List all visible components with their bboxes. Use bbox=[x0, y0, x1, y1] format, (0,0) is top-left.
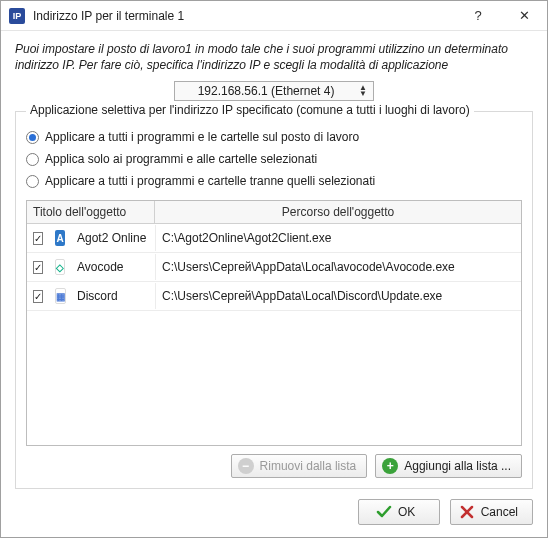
cross-icon bbox=[459, 504, 475, 520]
column-header-path[interactable]: Percorso dell'oggetto bbox=[155, 201, 521, 223]
add-button[interactable]: + Aggiungi alla lista ... bbox=[375, 454, 522, 478]
table-header: Titolo dell'oggetto Percorso dell'oggett… bbox=[27, 201, 521, 224]
dialog-window: IP Indirizzo IP per il terminale 1 ? ✕ P… bbox=[0, 0, 548, 538]
help-button[interactable]: ? bbox=[455, 1, 501, 31]
radio-label: Applica solo ai programmi e alle cartell… bbox=[45, 152, 317, 166]
radio-icon bbox=[26, 131, 39, 144]
minus-icon: − bbox=[238, 458, 254, 474]
objects-table: Titolo dell'oggetto Percorso dell'oggett… bbox=[26, 200, 522, 446]
groupbox-title: Applicazione selettiva per l'indirizzo I… bbox=[26, 103, 474, 117]
cancel-button[interactable]: Cancel bbox=[450, 499, 533, 525]
app-row-icon: A bbox=[55, 230, 65, 246]
row-title: Avocode bbox=[71, 254, 155, 280]
row-checkbox[interactable] bbox=[33, 290, 43, 303]
row-title: Discord bbox=[71, 283, 155, 309]
radio-label: Applicare a tutti i programmi e cartelle… bbox=[45, 174, 375, 188]
table-row[interactable]: ▦ Discord C:\Users\Сергей\AppData\Local\… bbox=[27, 282, 521, 311]
row-path: C:\Users\Сергей\AppData\Local\avocode\Av… bbox=[155, 254, 521, 280]
ip-selector[interactable]: 192.168.56.1 (Ethernet 4) ▲▼ bbox=[174, 81, 374, 101]
radio-icon bbox=[26, 153, 39, 166]
intro-text: Puoi impostare il posto di lavoro1 in mo… bbox=[15, 41, 533, 73]
table-body: A Agot2 Online C:\Agot2Online\Agot2Clien… bbox=[27, 224, 521, 445]
titlebar: IP Indirizzo IP per il terminale 1 ? ✕ bbox=[1, 1, 547, 31]
row-checkbox[interactable] bbox=[33, 261, 43, 274]
window-controls: ? ✕ bbox=[455, 1, 547, 31]
close-button[interactable]: ✕ bbox=[501, 1, 547, 31]
ip-selector-row: 192.168.56.1 (Ethernet 4) ▲▼ bbox=[15, 81, 533, 101]
remove-button-label: Rimuovi dalla lista bbox=[260, 459, 357, 473]
footer-buttons: OK Cancel bbox=[15, 489, 533, 525]
radio-apply-selected[interactable]: Applica solo ai programmi e alle cartell… bbox=[26, 152, 522, 166]
row-path: C:\Agot2Online\Agot2Client.exe bbox=[155, 225, 521, 251]
cancel-button-label: Cancel bbox=[481, 505, 518, 519]
ok-button[interactable]: OK bbox=[358, 499, 440, 525]
application-groupbox: Applicazione selettiva per l'indirizzo I… bbox=[15, 111, 533, 489]
app-row-icon: ◇ bbox=[55, 259, 65, 275]
add-button-label: Aggiungi alla lista ... bbox=[404, 459, 511, 473]
radio-icon bbox=[26, 175, 39, 188]
check-icon bbox=[376, 504, 392, 520]
radio-apply-except[interactable]: Applicare a tutti i programmi e cartelle… bbox=[26, 174, 522, 188]
spinner-icon: ▲▼ bbox=[359, 85, 367, 97]
row-checkbox[interactable] bbox=[33, 232, 43, 245]
app-row-icon: ▦ bbox=[55, 288, 66, 304]
ok-button-label: OK bbox=[398, 505, 415, 519]
table-row[interactable]: A Agot2 Online C:\Agot2Online\Agot2Clien… bbox=[27, 224, 521, 253]
radio-label: Applicare a tutti i programmi e le carte… bbox=[45, 130, 359, 144]
radio-apply-all[interactable]: Applicare a tutti i programmi e le carte… bbox=[26, 130, 522, 144]
plus-icon: + bbox=[382, 458, 398, 474]
column-header-title[interactable]: Titolo dell'oggetto bbox=[27, 201, 155, 223]
row-path: C:\Users\Сергей\AppData\Local\Discord\Up… bbox=[155, 283, 521, 309]
app-icon: IP bbox=[9, 8, 25, 24]
remove-button[interactable]: − Rimuovi dalla lista bbox=[231, 454, 368, 478]
table-row[interactable]: ◇ Avocode C:\Users\Сергей\AppData\Local\… bbox=[27, 253, 521, 282]
ip-selector-value: 192.168.56.1 (Ethernet 4) bbox=[181, 84, 351, 98]
window-title: Indirizzo IP per il terminale 1 bbox=[33, 9, 455, 23]
list-buttons: − Rimuovi dalla lista + Aggiungi alla li… bbox=[26, 454, 522, 478]
content-area: Puoi impostare il posto di lavoro1 in mo… bbox=[1, 31, 547, 537]
row-title: Agot2 Online bbox=[71, 225, 155, 251]
